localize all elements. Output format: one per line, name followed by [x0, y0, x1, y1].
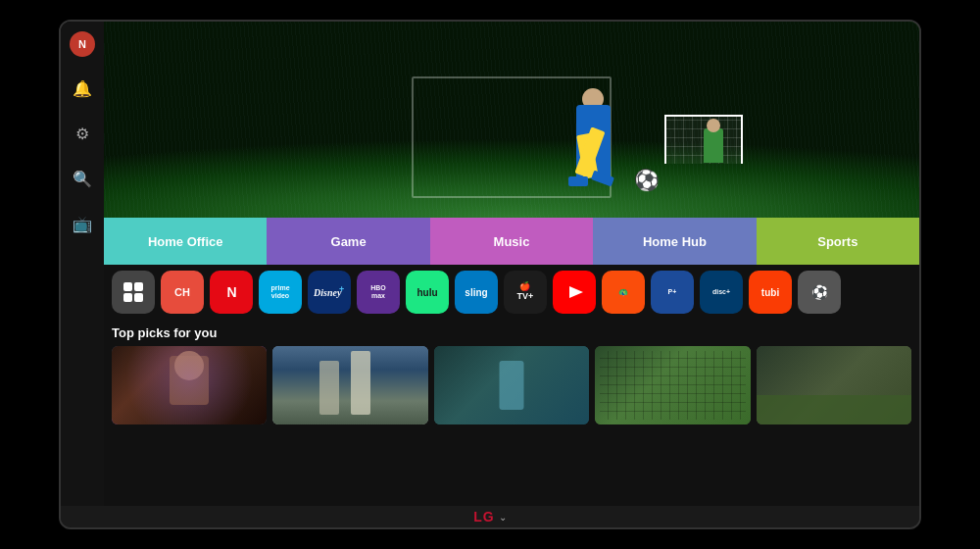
svg-rect-2	[123, 293, 132, 302]
category-game[interactable]: Game	[267, 218, 429, 265]
category-music[interactable]: Music	[430, 218, 593, 265]
user-avatar[interactable]: N	[70, 31, 95, 57]
tv-frame: N 🔔 ⚙ 🔍 📺	[59, 20, 921, 529]
tv-screen: N 🔔 ⚙ 🔍 📺	[61, 22, 919, 506]
app-icon-hbomax[interactable]: HBOmax	[357, 271, 400, 314]
app-icon-ch[interactable]: CH	[161, 271, 204, 314]
app-icon-disney[interactable]: Disney +	[308, 271, 351, 314]
app-icon-discovery[interactable]: disc+	[700, 271, 743, 314]
app-icon-sling[interactable]: sling	[455, 271, 498, 314]
pick-item-5[interactable]	[757, 346, 911, 424]
app-icon-appletv[interactable]: 🍎TV+	[504, 271, 547, 314]
lg-logo: LG	[473, 509, 494, 524]
svg-rect-0	[123, 282, 132, 291]
notifications-icon[interactable]: 🔔	[69, 75, 96, 102]
pick-item-3[interactable]	[434, 346, 589, 424]
app-icon-apps[interactable]	[112, 271, 155, 314]
main-content: Home Office Game Music Home Hub Sports	[104, 22, 919, 506]
pick-item-4[interactable]	[595, 346, 750, 424]
category-home-office[interactable]: Home Office	[104, 218, 267, 265]
category-sports[interactable]: Sports	[757, 218, 919, 265]
search-icon[interactable]: 🔍	[69, 165, 96, 192]
soccer-ball	[635, 169, 657, 190]
tv-guide-icon[interactable]: 📺	[69, 210, 96, 237]
app-icon-peacock[interactable]: 🦚	[602, 271, 645, 314]
soccer-player	[557, 51, 645, 178]
pick-item-2[interactable]	[272, 346, 427, 424]
svg-rect-3	[134, 293, 143, 302]
svg-text:Disney: Disney	[313, 287, 342, 298]
top-picks-label: Top picks for you	[112, 325, 911, 340]
app-icon-youtube[interactable]	[553, 271, 596, 314]
settings-icon[interactable]: ⚙	[69, 120, 96, 147]
pick-item-1[interactable]	[112, 346, 267, 424]
app-icon-more[interactable]: ⚽	[798, 271, 841, 314]
app-icon-hulu[interactable]: hulu	[406, 271, 449, 314]
field-background	[104, 22, 919, 218]
sidebar: N 🔔 ⚙ 🔍 📺	[61, 22, 104, 506]
apps-row: CH N primevideo Disney + HBOmax	[104, 265, 919, 320]
app-icon-prime[interactable]: primevideo	[259, 271, 302, 314]
svg-rect-1	[134, 282, 143, 291]
category-row: Home Office Game Music Home Hub Sports	[104, 218, 919, 265]
goalkeeper	[704, 128, 723, 163]
picks-row	[112, 346, 911, 424]
app-icon-netflix[interactable]: N	[210, 271, 253, 314]
hero-banner	[104, 22, 919, 218]
player-shoe-left	[568, 176, 588, 186]
app-icon-paramount[interactable]: P+	[651, 271, 694, 314]
top-picks-section: Top picks for you	[104, 320, 919, 506]
lg-slogan: ⌄	[499, 512, 507, 523]
app-icon-tubi[interactable]: tubi	[749, 271, 792, 314]
tv-bottom-bar: LG ⌄	[61, 506, 919, 527]
svg-text:+: +	[339, 284, 344, 294]
category-home-hub[interactable]: Home Hub	[593, 218, 756, 265]
